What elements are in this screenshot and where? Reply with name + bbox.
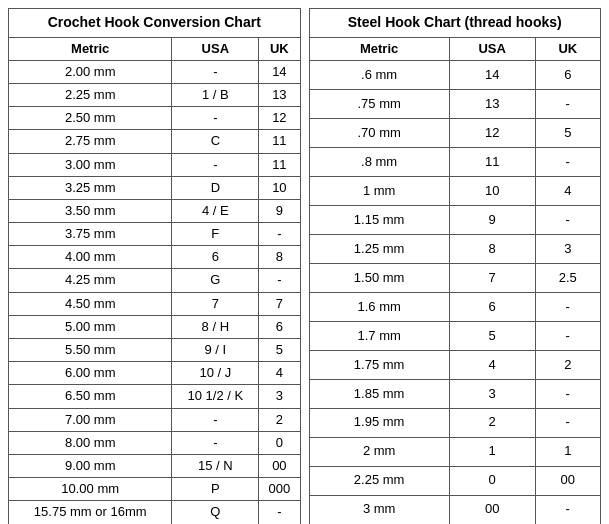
table-row: 3.25 mmD10 [9, 176, 301, 199]
table-cell: - [535, 321, 600, 350]
table-row: .70 mm125 [309, 118, 601, 147]
table-cell: P [172, 478, 259, 501]
table-cell: 7 [259, 292, 300, 315]
table-row: 1.85 mm3- [309, 379, 601, 408]
table-cell: 5 [535, 118, 600, 147]
table-cell: 1.6 mm [309, 292, 449, 321]
table-cell: 8.00 mm [9, 431, 172, 454]
table-row: 1.6 mm6- [309, 292, 601, 321]
table-row: 3.50 mm4 / E9 [9, 199, 301, 222]
table-cell: 0 [449, 466, 535, 495]
table-cell: 3.75 mm [9, 223, 172, 246]
table-cell: 1.95 mm [309, 408, 449, 437]
table-cell: 6 [172, 246, 259, 269]
table-cell: 1.75 mm [309, 350, 449, 379]
table-cell: 1 [535, 437, 600, 466]
table-cell: 12 [259, 107, 300, 130]
table-cell: 13 [449, 89, 535, 118]
table-cell: - [172, 153, 259, 176]
right-header-usa: USA [449, 37, 535, 60]
table-cell: - [535, 292, 600, 321]
table-cell: - [172, 60, 259, 83]
table-cell: 12 [449, 118, 535, 147]
table-row: 4.25 mmG- [9, 269, 301, 292]
table-row: 2.50 mm-12 [9, 107, 301, 130]
table-row: 7.00 mm-2 [9, 408, 301, 431]
table-row: 2.75 mmC11 [9, 130, 301, 153]
table-cell: 2 [449, 408, 535, 437]
table-cell: D [172, 176, 259, 199]
table-cell: .75 mm [309, 89, 449, 118]
table-cell: 9.00 mm [9, 454, 172, 477]
table-cell: - [259, 501, 300, 524]
table-row: 1.50 mm72.5 [309, 263, 601, 292]
table-row: 1 mm104 [309, 176, 601, 205]
table-cell: 000 [259, 478, 300, 501]
table-cell: 6.00 mm [9, 362, 172, 385]
table-cell: 6 [449, 292, 535, 321]
table-cell: 1.50 mm [309, 263, 449, 292]
table-cell: .6 mm [309, 60, 449, 89]
table-cell: 00 [449, 495, 535, 524]
table-cell: 3 mm [309, 495, 449, 524]
table-cell: 3.25 mm [9, 176, 172, 199]
table-cell: 00 [259, 454, 300, 477]
table-cell: 4.25 mm [9, 269, 172, 292]
table-cell: - [535, 147, 600, 176]
right-header-uk: UK [535, 37, 600, 60]
table-row: 2 mm11 [309, 437, 601, 466]
table-row: 1.75 mm42 [309, 350, 601, 379]
table-cell: .70 mm [309, 118, 449, 147]
table-cell: 8 [449, 234, 535, 263]
table-row: 1.7 mm5- [309, 321, 601, 350]
left-chart-title: Crochet Hook Conversion Chart [9, 9, 301, 38]
table-cell: 15.75 mm or 16mm [9, 501, 172, 524]
table-row: 1.25 mm83 [309, 234, 601, 263]
table-cell: - [172, 431, 259, 454]
table-cell: 4 / E [172, 199, 259, 222]
table-cell: 10 1/2 / K [172, 385, 259, 408]
table-cell: 2.00 mm [9, 60, 172, 83]
table-row: 4.50 mm77 [9, 292, 301, 315]
table-cell: 4 [259, 362, 300, 385]
table-cell: 8 / H [172, 315, 259, 338]
table-cell: 4.00 mm [9, 246, 172, 269]
table-row: 3.75 mmF- [9, 223, 301, 246]
right-header-metric: Metric [309, 37, 449, 60]
left-header-usa: USA [172, 37, 259, 60]
table-row: .6 mm146 [309, 60, 601, 89]
table-row: 2.25 mm1 / B13 [9, 83, 301, 106]
table-cell: 1.85 mm [309, 379, 449, 408]
table-row: 3.00 mm-11 [9, 153, 301, 176]
table-cell: 13 [259, 83, 300, 106]
table-cell: 7 [172, 292, 259, 315]
table-cell: 2.50 mm [9, 107, 172, 130]
table-cell: 0 [259, 431, 300, 454]
page-wrapper: Crochet Hook Conversion Chart Metric USA… [8, 8, 601, 524]
crochet-hook-chart: Crochet Hook Conversion Chart Metric USA… [8, 8, 301, 524]
table-cell: 11 [259, 153, 300, 176]
table-cell: 2 [535, 350, 600, 379]
table-cell: 2.5 [535, 263, 600, 292]
table-cell: 5.00 mm [9, 315, 172, 338]
table-cell: 7 [449, 263, 535, 292]
table-row: 6.00 mm10 / J4 [9, 362, 301, 385]
table-row: 8.00 mm-0 [9, 431, 301, 454]
table-cell: - [535, 408, 600, 437]
table-cell: 6 [535, 60, 600, 89]
table-cell: F [172, 223, 259, 246]
table-cell: 10 [449, 176, 535, 205]
left-header-metric: Metric [9, 37, 172, 60]
table-cell: 7.00 mm [9, 408, 172, 431]
table-cell: 5 [449, 321, 535, 350]
table-row: .8 mm11- [309, 147, 601, 176]
table-cell: 14 [449, 60, 535, 89]
table-cell: 2.25 mm [309, 466, 449, 495]
table-cell: 1 [449, 437, 535, 466]
table-cell: 4 [535, 176, 600, 205]
table-cell: 15 / N [172, 454, 259, 477]
table-cell: 1 / B [172, 83, 259, 106]
table-cell: - [535, 379, 600, 408]
table-row: 5.00 mm8 / H6 [9, 315, 301, 338]
table-cell: 14 [259, 60, 300, 83]
